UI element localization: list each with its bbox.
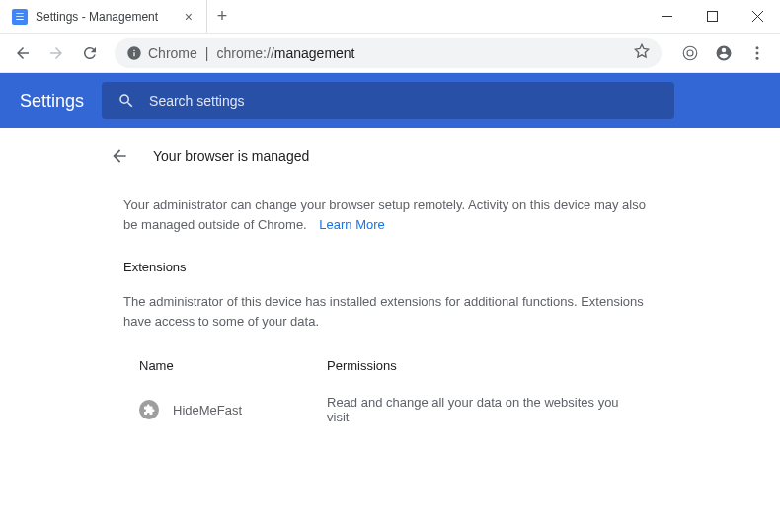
svg-point-5 — [756, 56, 759, 59]
content-area: Your browser is managed Your administrat… — [0, 128, 780, 532]
scheme-label: Chrome — [148, 45, 197, 61]
extensions-table: Name Permissions HideMeFast Read and cha… — [104, 339, 676, 434]
browser-toolbar: Chrome | chrome://management — [0, 34, 780, 73]
svg-point-4 — [756, 51, 759, 54]
address-bar[interactable]: Chrome | chrome://management — [115, 38, 662, 68]
extensions-intro-text: The administrator of this device has ins… — [123, 292, 657, 331]
tab-favicon-icon — [12, 9, 28, 25]
svg-point-3 — [756, 46, 759, 49]
settings-title: Settings — [20, 91, 84, 112]
site-info-icon[interactable]: Chrome — [126, 45, 197, 61]
maximize-button[interactable] — [689, 0, 735, 34]
search-container[interactable] — [102, 82, 674, 119]
window-controls — [644, 0, 780, 33]
bookmark-star-icon[interactable] — [634, 43, 650, 63]
new-tab-button[interactable]: + — [207, 0, 237, 33]
reload-button[interactable] — [75, 38, 105, 68]
svg-point-1 — [683, 46, 697, 60]
content-card: Your browser is managed Your administrat… — [104, 128, 676, 532]
search-input[interactable] — [149, 93, 659, 109]
window-titlebar: Settings - Management × + — [0, 0, 780, 34]
extension-icon[interactable] — [675, 38, 705, 68]
svg-rect-0 — [707, 12, 717, 22]
extensions-intro-section: The administrator of this device has ins… — [104, 280, 676, 339]
tab-title: Settings - Management — [36, 10, 173, 24]
extension-name: HideMeFast — [173, 403, 327, 418]
menu-icon[interactable] — [742, 38, 772, 68]
settings-header: Settings — [0, 73, 780, 128]
search-icon — [117, 92, 135, 110]
learn-more-link[interactable]: Learn More — [319, 217, 384, 232]
svg-point-2 — [687, 50, 693, 56]
back-arrow-icon[interactable] — [110, 146, 129, 166]
tab-close-icon[interactable]: × — [181, 9, 196, 25]
back-button[interactable] — [8, 38, 38, 68]
extensions-heading: Extensions — [104, 242, 676, 280]
intro-section: Your administrator can change your brows… — [104, 184, 676, 242]
extension-permissions: Read and change all your data on the web… — [327, 395, 641, 424]
profile-icon[interactable] — [709, 38, 739, 68]
minimize-button[interactable] — [644, 0, 689, 34]
browser-tab[interactable]: Settings - Management × — [0, 0, 207, 33]
table-header: Name Permissions — [123, 344, 657, 385]
url-display: chrome://management — [216, 45, 354, 61]
extension-row-icon — [139, 400, 159, 419]
page-title: Your browser is managed — [153, 148, 309, 164]
close-button[interactable] — [735, 0, 780, 34]
forward-button[interactable] — [41, 38, 71, 68]
table-row: HideMeFast Read and change all your data… — [123, 385, 657, 434]
url-separator: | — [205, 45, 209, 61]
column-name: Name — [139, 358, 327, 373]
column-permissions: Permissions — [327, 358, 641, 373]
page-header: Your browser is managed — [104, 128, 676, 184]
